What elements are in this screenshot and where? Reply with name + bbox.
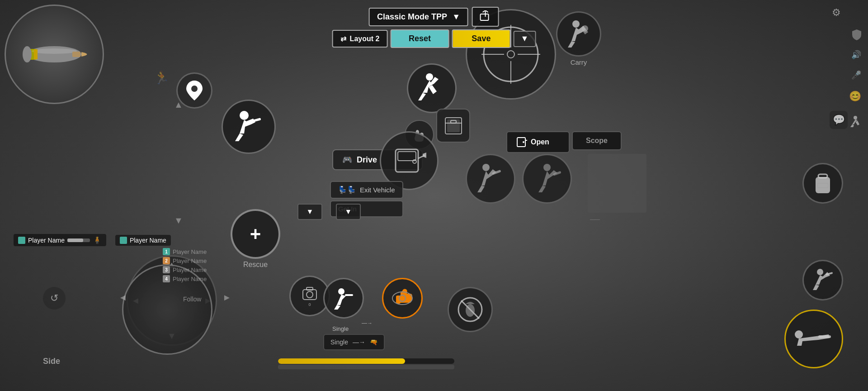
camera-icon [301, 285, 318, 302]
grenade-icon [457, 296, 484, 323]
scope-button[interactable]: Scope [572, 131, 622, 150]
svg-rect-47 [818, 174, 827, 178]
mic-button[interactable]: 🎤 [851, 70, 861, 80]
single-fire-button[interactable] [323, 278, 364, 319]
team-item-4: 4 Player Name [163, 275, 207, 282]
running-icon [416, 72, 448, 104]
drive-label: Drive [357, 155, 377, 165]
export-icon [479, 10, 492, 23]
shooter-right-icon [531, 163, 563, 195]
crouch-button[interactable] [802, 260, 843, 300]
team-name-1: Player Name [173, 248, 207, 255]
emoji-icon: 😊 [849, 91, 861, 102]
svg-point-41 [543, 164, 551, 171]
layout-swap-icon: ⇄ [340, 34, 346, 43]
svg-rect-30 [307, 287, 313, 290]
mode-label: Classic Mode TPP [377, 12, 447, 22]
team-num-3: 3 [163, 266, 170, 273]
rescue-button[interactable]: + [231, 209, 280, 259]
vehicle-chev-down[interactable]: ▼ [297, 204, 322, 220]
hud-label: 0 [308, 302, 311, 307]
chat-button[interactable]: 💬 [830, 111, 848, 129]
player-bar-1: Player Name 🧍 [14, 234, 106, 246]
vehicle-chevrons: ▼ ▼ [297, 204, 361, 220]
sprint-icon [849, 115, 861, 127]
open-button[interactable]: Open [506, 131, 570, 153]
chat-bubble-icon: 💬 [833, 114, 845, 126]
rescue-button-container: + Rescue [231, 209, 280, 269]
svg-point-29 [307, 291, 313, 298]
single-label-2: Single [330, 339, 348, 346]
inventory-icon [443, 116, 463, 136]
svg-rect-7 [72, 52, 80, 57]
toolbar-row2: ⇄ Layout 2 Reset Save ▼ [332, 29, 536, 48]
exit-vehicle-label: Exit Vehicle [360, 186, 395, 194]
collapse-button[interactable]: ▼ [513, 31, 536, 47]
toolbar: Classic Mode TPP ▼ ⇄ Layout 2 Reset Save… [332, 7, 536, 48]
grenade-button[interactable] [448, 287, 493, 332]
exit-vehicle-button[interactable]: 💺💺 Exit Vehicle [330, 181, 403, 199]
follow-button[interactable]: Follow [183, 296, 201, 303]
svg-point-31 [338, 288, 344, 295]
player-name-2: Player Name [130, 237, 166, 244]
backpack-button[interactable] [802, 163, 843, 204]
mic-icon: 🎤 [851, 71, 861, 80]
arrow-up-left: ▲ [174, 100, 183, 110]
vehicle-chev-down-2[interactable]: ▼ [336, 204, 361, 220]
shield-button[interactable] [852, 29, 861, 43]
toolbar-row1: Classic Mode TPP ▼ [369, 7, 499, 27]
kneeling-shooter-icon [231, 109, 267, 145]
mode-dropdown[interactable]: Classic Mode TPP ▼ [369, 8, 468, 26]
reset-label: Reset [409, 34, 431, 43]
rotate-icon: ↺ [50, 292, 58, 304]
export-button[interactable] [472, 7, 499, 27]
progress-bar-bg [278, 365, 454, 369]
sprint-button[interactable] [849, 115, 861, 130]
eye-like-button[interactable] [382, 278, 423, 319]
open-door-icon [516, 137, 527, 148]
save-button[interactable]: Save [452, 29, 510, 48]
layout-label: Layout 2 [350, 35, 380, 43]
settings-icon: ⚙ [832, 7, 841, 18]
carry-button[interactable] [556, 11, 601, 57]
inventory-button[interactable] [436, 109, 470, 143]
crouch-icon [810, 267, 835, 293]
bullet-icon [18, 36, 90, 72]
running-mid-button[interactable] [407, 63, 457, 113]
svg-point-55 [466, 304, 475, 317]
shooter-left-icon [475, 163, 506, 195]
vehicle-icon [391, 143, 427, 179]
svg-rect-0 [481, 14, 489, 20]
emoji-button[interactable]: 😊 [849, 91, 861, 102]
seats-icon: 💺💺 [338, 186, 356, 194]
svg-point-10 [191, 86, 198, 92]
svg-point-39 [482, 164, 490, 171]
arrow-down-left: ▼ [174, 215, 183, 226]
shooter-right-button[interactable] [522, 154, 572, 204]
player-bar-2: Player Name [115, 235, 171, 246]
reset-button[interactable]: Reset [390, 29, 449, 48]
svg-rect-9 [67, 238, 83, 242]
volume-button[interactable]: 🔊 [851, 50, 861, 60]
team-num-2: 2 [163, 257, 170, 264]
progress-fill [278, 358, 405, 364]
settings-button[interactable]: ⚙ [832, 7, 841, 19]
layout-button[interactable]: ⇄ Layout 2 [332, 30, 388, 48]
rotate-button[interactable]: ↺ [43, 287, 66, 310]
kneeling-shooter-button[interactable] [222, 100, 276, 154]
running-figure-left: 🏃 [154, 70, 170, 85]
single-label: Single [332, 325, 349, 332]
svg-point-38 [523, 141, 524, 143]
player-bars: Player Name 🧍 Player Name [14, 234, 171, 246]
save-label: Save [472, 34, 491, 43]
prone-button[interactable] [784, 310, 843, 368]
svg-point-4 [32, 48, 77, 54]
location-icon [186, 81, 203, 100]
carry-bbox-label: Carry [676, 23, 677, 23]
gray-square-label: —— [590, 216, 600, 222]
shooter-left-button[interactable] [466, 154, 515, 204]
arrow-left: ◄ [118, 292, 127, 303]
shield-icon-2 [120, 237, 127, 244]
svg-point-11 [240, 111, 249, 120]
single-arrows: —→ [362, 320, 373, 326]
